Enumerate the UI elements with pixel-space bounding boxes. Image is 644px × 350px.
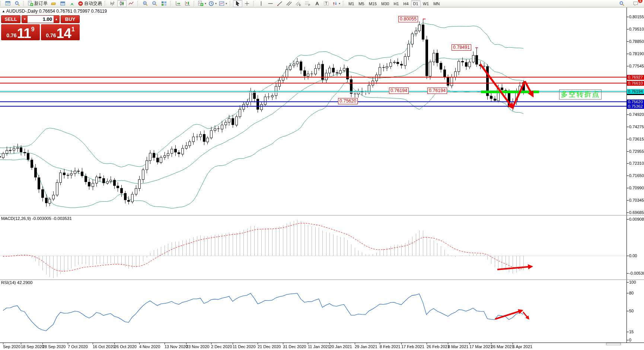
toolbar-grip[interactable] bbox=[230, 1, 232, 6]
candlestick-button[interactable] bbox=[117, 0, 127, 7]
price-label-0.75620-4[interactable]: 0.75620 bbox=[338, 98, 358, 104]
timeframe-button-mn[interactable]: MN bbox=[431, 0, 442, 7]
timeframe-button-m1[interactable]: M1 bbox=[346, 0, 356, 7]
bar-chart-button[interactable] bbox=[108, 0, 117, 7]
equidistant-channel-button[interactable]: E bbox=[294, 0, 303, 7]
chart-canvas[interactable] bbox=[0, 0, 644, 350]
chat-icon[interactable]: 1 bbox=[631, 0, 640, 7]
timeframe-button-h1[interactable]: H1 bbox=[391, 0, 401, 7]
arrows-button[interactable]: ▾ bbox=[331, 0, 341, 7]
toolbar-right-icons: 1 bbox=[617, 0, 640, 7]
dropdown-caret-icon[interactable]: ▾ bbox=[215, 2, 217, 5]
date-tick-26-Mar-2021: 26 Mar 2021 bbox=[491, 344, 514, 349]
timeframe-button-m30[interactable]: M30 bbox=[379, 0, 391, 7]
line-chart-button[interactable] bbox=[127, 0, 136, 7]
volume-increase-button[interactable]: ▲ bbox=[54, 16, 59, 23]
price-label-0.76194-3[interactable]: 0.76194 bbox=[427, 88, 447, 94]
toolbar-grip[interactable] bbox=[137, 1, 140, 6]
dropdown-caret-icon[interactable]: ▾ bbox=[205, 2, 206, 5]
timeframe-button-w1[interactable]: W1 bbox=[421, 0, 431, 7]
bid-big-digits: 11 bbox=[17, 27, 31, 40]
mt4-window: 新订单自动交易▾▾▾EFAT▾M1M5M15M30H1H4D1W1MN1 ▲ A… bbox=[0, 0, 644, 350]
price-tick-0.69685: 0.69685 bbox=[629, 210, 644, 215]
price-tick-0.70990: 0.70990 bbox=[629, 186, 644, 190]
svg-text:A: A bbox=[315, 1, 319, 6]
tile-windows-button[interactable] bbox=[159, 0, 169, 7]
autotrade-button[interactable]: 自动交易 bbox=[77, 0, 103, 7]
macd-tick-0.009081: 0.009081 bbox=[629, 217, 644, 221]
data-window-icon[interactable] bbox=[58, 0, 67, 7]
text-button[interactable]: A bbox=[312, 0, 322, 7]
toolbar-grip[interactable] bbox=[194, 1, 196, 6]
label-button[interactable]: T bbox=[322, 0, 331, 7]
price-label-0.78491-1[interactable]: 0.78491 bbox=[452, 44, 471, 51]
object-hline-0.75620[interactable] bbox=[0, 101, 627, 102]
date-tick-17-Mar-2021: 17 Mar 2021 bbox=[469, 344, 492, 349]
volume-decrease-button[interactable]: ▼ bbox=[22, 16, 28, 23]
date-tick-28-Sep-2020: 28 Sep 2020 bbox=[42, 344, 66, 349]
dropdown-caret-icon[interactable]: ▾ bbox=[339, 2, 340, 5]
timeframe-button-d1[interactable]: D1 bbox=[411, 0, 421, 7]
zoom-in-button[interactable] bbox=[141, 0, 150, 7]
chart-window-icon[interactable] bbox=[3, 0, 13, 7]
buy-button[interactable]: BUY bbox=[61, 15, 80, 23]
fibonacci-button[interactable]: F bbox=[303, 0, 312, 7]
price-tick-0.77545: 0.77545 bbox=[629, 64, 644, 68]
trendline-button[interactable] bbox=[275, 0, 284, 7]
sell-button[interactable]: SELL bbox=[1, 15, 20, 23]
market-watch-icon[interactable] bbox=[49, 0, 58, 7]
crosshair-button[interactable] bbox=[242, 0, 252, 7]
chart-shift-button[interactable] bbox=[183, 0, 192, 7]
date-tick-8-Feb-2021: 8 Feb 2021 bbox=[380, 344, 401, 349]
timeframe-button-m15[interactable]: M15 bbox=[367, 0, 379, 7]
object-hline-0.76927[interactable] bbox=[0, 77, 627, 78]
volume-input[interactable] bbox=[28, 16, 54, 23]
bid-price-display[interactable]: 0.76 11 9 bbox=[1, 24, 40, 40]
channel-button[interactable] bbox=[284, 0, 294, 7]
toolbar-grip[interactable] bbox=[343, 1, 345, 6]
price-axis-badge-0.76610: 0.76610 bbox=[627, 81, 644, 86]
date-tick-26-Feb-2021: 26 Feb 2021 bbox=[427, 344, 450, 349]
price-label-0.76194-2[interactable]: 0.76194 bbox=[389, 88, 409, 94]
rsi-tick-100: 100 bbox=[629, 280, 636, 284]
vertical-line-button[interactable] bbox=[256, 0, 266, 7]
toolbar-grip[interactable] bbox=[23, 1, 26, 6]
zoom-out-button[interactable] bbox=[150, 0, 159, 7]
price-tick-0.80155: 0.80155 bbox=[629, 15, 644, 19]
date-tick-18-Sep-2020: 18 Sep 2020 bbox=[21, 344, 44, 349]
new-order-button[interactable]: 新订单 bbox=[27, 0, 49, 7]
indicators-button[interactable]: ▾ bbox=[197, 0, 207, 7]
toolbar-grip[interactable] bbox=[253, 1, 255, 6]
price-axis-badge-0.76194: 0.76194 bbox=[627, 89, 644, 94]
auto-scroll-button[interactable] bbox=[173, 0, 183, 7]
templates-button[interactable]: ▾ bbox=[218, 0, 228, 7]
timeframe-button-h4[interactable]: H4 bbox=[401, 0, 411, 7]
bull-bear-turning-point-note[interactable]: 多空转折点 bbox=[559, 89, 602, 100]
price-tick-0.79510: 0.79510 bbox=[629, 27, 644, 31]
zoom-window-icon[interactable] bbox=[13, 0, 22, 7]
chart-scroll-thumb[interactable] bbox=[606, 343, 621, 345]
toolbar-grip[interactable] bbox=[170, 1, 172, 6]
toolbar-grip[interactable] bbox=[0, 1, 2, 6]
object-hline-0.75362[interactable] bbox=[0, 106, 627, 107]
green-support-zone[interactable] bbox=[481, 91, 539, 93]
horizontal-line-button[interactable] bbox=[266, 0, 275, 7]
search-icon[interactable] bbox=[617, 0, 627, 7]
object-hline-0.76610[interactable] bbox=[0, 83, 627, 83]
date-tick-11-Jan-2021: 11 Jan 2021 bbox=[308, 344, 330, 349]
toolbar-grip[interactable] bbox=[105, 1, 107, 6]
periods-button[interactable]: ▾ bbox=[207, 0, 218, 7]
dropdown-caret-icon[interactable]: ▾ bbox=[226, 2, 227, 5]
signal-icon[interactable] bbox=[67, 0, 77, 7]
timeframe-button-m5[interactable]: M5 bbox=[356, 0, 366, 7]
ask-price-display[interactable]: 0.76 14 1 bbox=[41, 24, 80, 40]
macd-pane-splitter[interactable] bbox=[0, 215, 644, 215]
price-tick-0.74275: 0.74275 bbox=[629, 124, 644, 129]
date-tick-26-Oct-2020: 26 Oct 2020 bbox=[114, 344, 137, 349]
price-tick-0.74920: 0.74920 bbox=[629, 112, 644, 117]
chart-title: ▲ AUDUSD-,Daily 0.76654 0.76761 0.75997 … bbox=[2, 9, 107, 14]
cursor-button[interactable] bbox=[233, 0, 242, 7]
price-label-0.80055-0[interactable]: 0.80055 bbox=[398, 16, 418, 22]
notification-badge: 1 bbox=[638, 0, 643, 3]
rsi-pane-splitter[interactable] bbox=[0, 280, 644, 280]
